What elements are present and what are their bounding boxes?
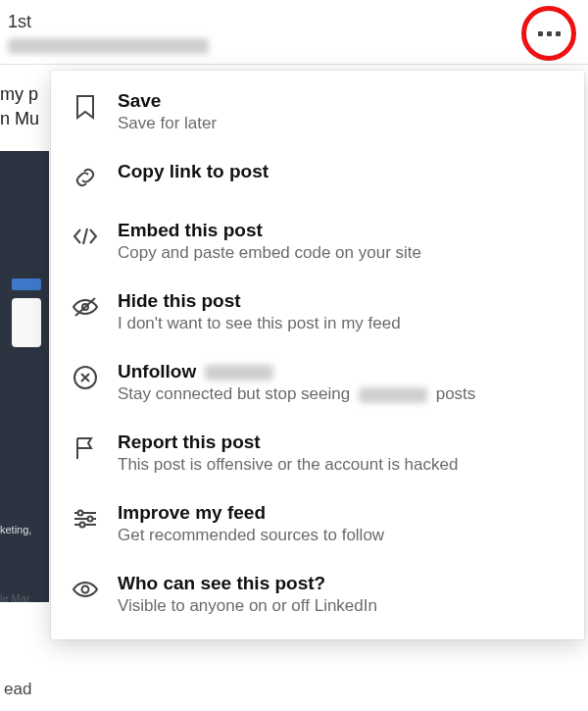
post-actions-menu: Save Save for later Copy link to post Em… [51, 71, 584, 639]
menu-item-subtitle: Get recommended sources to follow [118, 526, 384, 545]
menu-item-title: Unfollow [118, 361, 475, 382]
preview-accent [12, 279, 41, 290]
menu-item-subtitle: This post is offensive or the account is… [118, 455, 458, 475]
link-icon [71, 163, 100, 192]
menu-item-subtitle: Save for later [118, 114, 217, 133]
flag-icon [71, 433, 100, 463]
preview-label-1: keting, [0, 524, 31, 535]
menu-item-subtitle: I don't want to see this post in my feed [118, 314, 401, 333]
post-overflow-button[interactable] [531, 16, 566, 51]
redacted-name [205, 365, 273, 381]
menu-item-report[interactable]: Report this post This post is offensive … [51, 418, 584, 488]
preview-panel [12, 298, 41, 347]
menu-item-title: Hide this post [118, 290, 401, 312]
menu-item-subtitle: Visible to anyone on or off LinkedIn [118, 596, 377, 616]
menu-item-unfollow[interactable]: Unfollow Stay connected but stop seeing … [51, 347, 584, 418]
menu-item-improve-feed[interactable]: Improve my feed Get recommended sources … [51, 488, 584, 559]
overflow-button-highlight [521, 6, 576, 61]
menu-item-copy-link[interactable]: Copy link to post [51, 147, 584, 206]
menu-item-subtitle: Copy and paste embed code on your site [118, 243, 421, 263]
menu-item-title: Save [118, 90, 217, 112]
x-circle-icon [71, 363, 100, 392]
menu-item-save[interactable]: Save Save for later [51, 76, 584, 147]
svg-point-3 [88, 517, 93, 522]
menu-item-title: Report this post [118, 432, 458, 453]
eye-off-icon [71, 292, 100, 322]
preview-label-2: le Mar [0, 592, 30, 604]
svg-point-2 [78, 511, 83, 516]
svg-point-5 [82, 586, 89, 593]
sliders-icon [71, 504, 100, 533]
menu-item-title: Embed this post [118, 220, 421, 241]
menu-item-hide[interactable]: Hide this post I don't want to see this … [51, 277, 584, 347]
author-subtitle-redacted [8, 38, 209, 54]
svg-point-4 [80, 523, 85, 528]
connection-degree: 1st [0, 0, 588, 32]
unfollow-sub-prefix: Stay connected but stop seeing [118, 384, 350, 403]
unfollow-prefix: Unfollow [118, 361, 196, 381]
menu-item-title: Improve my feed [118, 502, 384, 524]
link-preview-card: keting, le Mar [0, 151, 49, 602]
menu-item-visibility[interactable]: Who can see this post? Visible to anyone… [51, 559, 584, 630]
menu-item-title: Copy link to post [118, 161, 269, 182]
bookmark-icon [71, 92, 100, 122]
unfollow-sub-suffix: posts [436, 384, 476, 403]
ellipsis-icon [538, 31, 561, 36]
redacted-name [359, 387, 427, 403]
menu-item-embed[interactable]: Embed this post Copy and paste embed cod… [51, 206, 584, 277]
menu-item-subtitle: Stay connected but stop seeing posts [118, 384, 475, 404]
menu-item-title: Who can see this post? [118, 573, 377, 594]
eye-icon [71, 575, 100, 604]
footer-fragment: ead [4, 680, 31, 699]
code-icon [71, 222, 100, 251]
